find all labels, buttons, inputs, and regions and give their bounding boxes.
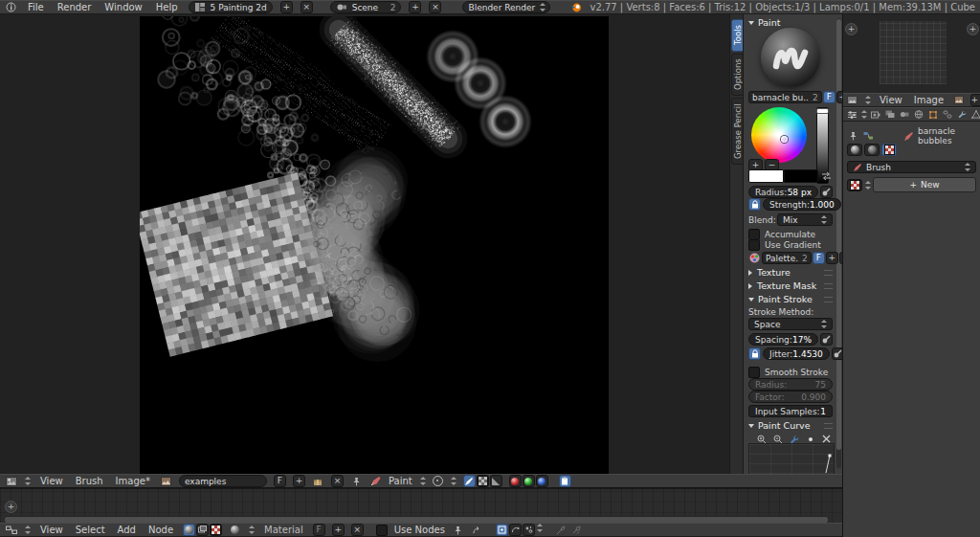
material-texture-context-button[interactable] <box>864 144 880 156</box>
node-pin-icon[interactable] <box>452 524 464 536</box>
node-editor-type-stepper-icon[interactable] <box>24 526 31 534</box>
node-editor-icon[interactable] <box>5 524 17 536</box>
editor-mode-dropdown[interactable]: Paint <box>389 476 412 486</box>
spacing-slider[interactable]: Spacing: 17% <box>748 333 818 346</box>
jitter-slider[interactable]: Jitter: 1.4530 <box>763 347 830 360</box>
texture-mask-panel-grip[interactable] <box>824 283 833 289</box>
image-menu-image[interactable]: Image* <box>113 476 153 486</box>
menu-help[interactable]: Help <box>153 2 181 12</box>
gradient-tool-button[interactable] <box>490 475 502 487</box>
mini-image-editor-viewport[interactable]: + + <box>843 14 980 93</box>
tab-constraints-icon[interactable] <box>941 108 953 121</box>
node-editor-viewport[interactable]: + <box>0 488 842 524</box>
brush-tool-button[interactable] <box>463 475 476 487</box>
secondary-color-swatch[interactable] <box>784 169 819 183</box>
paint-stroke-panel-header[interactable]: Paint Stroke <box>748 294 833 304</box>
palette-icon[interactable] <box>748 252 761 264</box>
blue-channel-button[interactable] <box>536 475 548 487</box>
paint-curve-panel-grip[interactable] <box>824 423 833 429</box>
image-name-field[interactable]: examples <box>179 475 267 487</box>
material-unlink-button[interactable]: × <box>351 524 364 536</box>
tab-render-icon[interactable] <box>869 108 881 121</box>
pivot-center-icon[interactable] <box>433 476 443 486</box>
scene-selector[interactable]: Scene 2 <box>330 1 402 13</box>
primary-color-swatch[interactable] <box>748 169 784 183</box>
brush-preview-sphere[interactable] <box>761 28 820 87</box>
menu-window[interactable]: Window <box>101 2 145 12</box>
image-menu-view[interactable]: View <box>37 476 66 486</box>
snap-stepper-icon[interactable] <box>536 524 543 532</box>
menu-render[interactable]: Render <box>55 2 95 12</box>
scene-add-button[interactable]: + <box>409 1 421 13</box>
mini-menu-view[interactable]: View <box>877 95 905 105</box>
color-wheel-cursor[interactable] <box>781 136 788 143</box>
material-name[interactable]: Material <box>261 525 306 535</box>
green-channel-button[interactable] <box>523 475 535 487</box>
scene-delete-button[interactable]: × <box>429 1 441 13</box>
material-fake-user-button[interactable]: F <box>313 524 325 536</box>
tab-render-layers-icon[interactable] <box>883 108 896 121</box>
paint-curve-panel-header[interactable]: Paint Curve <box>748 420 833 431</box>
clipboard-button[interactable] <box>559 475 571 487</box>
layout-delete-button[interactable]: × <box>301 1 313 13</box>
texture-slot-stepper-icon[interactable] <box>864 181 871 190</box>
palette-add-button[interactable]: + <box>826 252 838 264</box>
region-divider-horizontal[interactable] <box>0 487 842 488</box>
properties-editor-stepper-icon[interactable] <box>860 110 867 119</box>
region-divider-vertical[interactable] <box>842 14 843 537</box>
snap-target-button[interactable] <box>523 524 535 536</box>
paint-curve-widget[interactable] <box>748 443 835 475</box>
smooth-stroke-checkbox[interactable] <box>748 367 760 378</box>
node-region-expand-icon[interactable]: + <box>5 501 17 513</box>
palette-users-count[interactable]: 2 <box>802 254 808 263</box>
use-gradient-checkbox[interactable] <box>748 239 760 251</box>
image-new-button[interactable]: + <box>293 475 305 487</box>
brush-fake-user-button[interactable]: F <box>823 91 835 103</box>
radius-slider[interactable]: Radius: 58 px <box>748 186 818 198</box>
material-stepper-icon[interactable] <box>248 526 255 534</box>
mini-editor-type-icon[interactable] <box>846 94 858 106</box>
paste-nodes-icon[interactable] <box>570 524 583 536</box>
brush-selector-dropdown[interactable]: Brush <box>847 161 976 173</box>
material-new-button[interactable]: + <box>332 524 345 536</box>
node-menu-add[interactable]: Add <box>115 525 139 535</box>
toolshelf-scrollbar-handle[interactable] <box>836 19 841 450</box>
jitter-unified-lock-button[interactable] <box>748 347 761 360</box>
tab-world-icon[interactable] <box>912 108 924 121</box>
menu-file[interactable]: File <box>25 2 47 12</box>
texture-nodes-button[interactable] <box>210 524 222 536</box>
strength-slider[interactable]: Strength: 1.000 <box>763 198 841 211</box>
editor-type-stepper-icon[interactable] <box>24 477 31 485</box>
texture-panel-header[interactable]: Texture <box>748 267 833 278</box>
swap-colors-icon[interactable] <box>820 170 833 183</box>
render-engine-selector[interactable]: Blender Render <box>462 1 550 13</box>
mini-region-expand-right-icon[interactable]: + <box>967 23 979 35</box>
mini-region-expand-left-icon[interactable]: + <box>845 23 858 35</box>
mini-menu-image[interactable]: Image <box>911 95 947 105</box>
brush-users-count[interactable]: 2 <box>813 93 818 102</box>
brush-texture-context-button[interactable] <box>881 144 897 156</box>
tab-object-icon[interactable] <box>926 108 939 121</box>
shader-nodes-button[interactable] <box>183 524 195 536</box>
paint-panel-header[interactable]: Paint <box>748 17 833 28</box>
palette-name-field[interactable]: Palette. 2 <box>762 252 812 264</box>
info-editor-icon[interactable] <box>5 1 17 13</box>
node-menu-node[interactable]: Node <box>145 525 176 535</box>
texture-panel-grip[interactable] <box>824 270 833 276</box>
palette-fake-user-button[interactable]: F <box>813 252 825 264</box>
node-menu-view[interactable]: View <box>37 525 66 535</box>
spacing-pressure-button[interactable] <box>820 333 833 346</box>
pack-image-icon[interactable] <box>312 475 324 487</box>
compositing-nodes-button[interactable] <box>196 524 209 536</box>
red-channel-button[interactable] <box>509 475 522 487</box>
snap-toggle-button[interactable] <box>496 524 508 536</box>
texture-mask-button[interactable] <box>477 475 489 487</box>
texture-slot-icon[interactable] <box>847 179 862 191</box>
image-editor-icon[interactable] <box>5 475 17 487</box>
stroke-method-dropdown[interactable]: Space <box>748 318 833 330</box>
paint-canvas-image[interactable] <box>140 16 609 474</box>
pivot-stepper-icon[interactable] <box>450 477 457 485</box>
blend-dropdown[interactable]: Mix <box>777 213 833 226</box>
go-to-parent-icon[interactable] <box>471 524 483 536</box>
screen-layout-selector[interactable]: 5 Painting 2d <box>189 1 273 13</box>
